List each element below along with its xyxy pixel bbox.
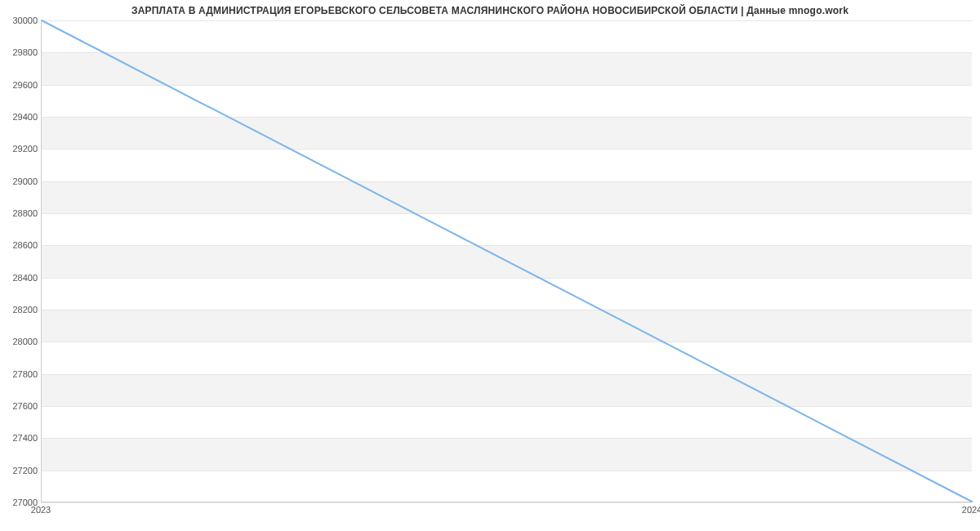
y-tick-label: 29800 [12,47,38,57]
y-tick-label: 29000 [12,176,38,186]
y-tick-label: 28600 [12,240,38,250]
y-tick-label: 29600 [12,80,38,90]
y-tick-label: 27600 [12,401,38,411]
y-tick-label: 29200 [12,144,38,154]
y-tick-label: 28000 [12,337,38,346]
chart-container: ЗАРПЛАТА В АДМИНИСТРАЦИЯ ЕГОРЬЕВСКОГО СЕ… [0,0,980,531]
y-tick-label: 27800 [12,369,38,379]
y-tick-label: 30000 [12,16,38,25]
x-tick-label: 2024 [962,505,980,515]
y-tick-label: 28400 [12,273,38,283]
chart-title: ЗАРПЛАТА В АДМИНИСТРАЦИЯ ЕГОРЬЕВСКОГО СЕ… [0,5,980,16]
y-tick-label: 29400 [12,112,38,122]
line-series-svg [42,20,972,502]
plot-area [41,20,972,502]
y-gridline [42,502,972,503]
y-tick-label: 27400 [12,433,38,443]
x-tick-label: 2023 [31,505,51,515]
y-tick-label: 28800 [12,208,38,218]
y-tick-label: 27200 [12,466,38,475]
y-tick-label: 28200 [12,305,38,315]
line-series-path [42,20,972,502]
